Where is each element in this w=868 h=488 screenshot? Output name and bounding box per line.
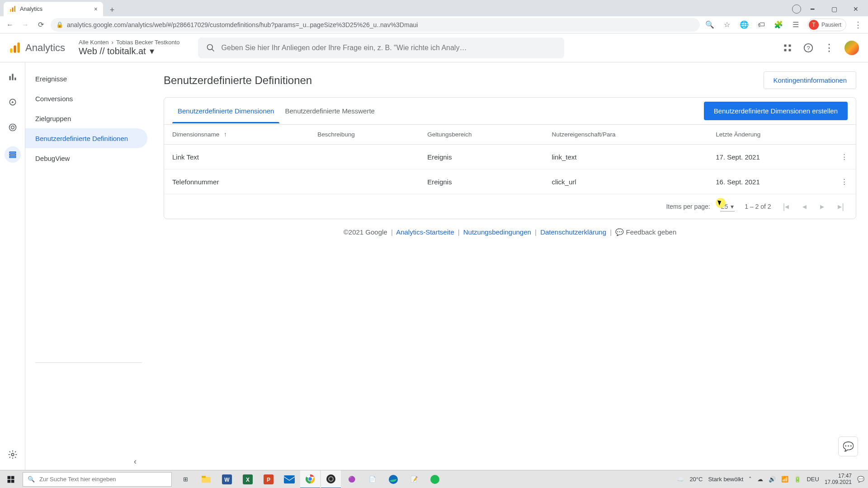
pager-prev-icon[interactable]: ◂ — [801, 200, 808, 213]
footer-feedback-link[interactable]: Feedback geben — [626, 228, 676, 236]
sidebar-item-conversions[interactable]: Conversions — [25, 89, 147, 108]
sidebar-item-custom-definitions[interactable]: Benutzerdefinierte Definitionen — [25, 128, 147, 148]
tray-lang[interactable]: DEU — [807, 476, 819, 483]
collapse-sidebar-icon[interactable]: ‹ — [134, 457, 137, 466]
svg-rect-9 — [789, 44, 791, 47]
window-maximize-icon[interactable]: ▢ — [824, 2, 844, 16]
price-tag-icon[interactable]: 🏷 — [756, 19, 767, 30]
cell-name: Link Text — [164, 145, 309, 169]
taskbar-clock[interactable]: 17:47 17.09.2021 — [825, 473, 852, 485]
tray-wifi-icon[interactable]: 📶 — [781, 476, 788, 483]
tab-custom-metrics[interactable]: Benutzerdefinierte Messwerte — [279, 99, 380, 123]
notifications-icon[interactable]: 💬 — [857, 476, 864, 483]
notepad-icon[interactable]: 📝 — [404, 470, 424, 488]
powerpoint-icon[interactable]: P — [259, 470, 278, 488]
ga-product-name: Analytics — [25, 42, 65, 54]
col-description[interactable]: Beschreibung — [309, 125, 419, 145]
tray-onedrive-icon[interactable]: ☁ — [757, 476, 763, 483]
extensions-icon[interactable]: 🧩 — [773, 19, 784, 30]
cell-scope: Ereignis — [419, 145, 543, 169]
app-icon-1[interactable]: 🟣 — [342, 470, 362, 488]
ga-logo[interactable]: Analytics — [9, 42, 65, 54]
sidebar-item-ereignisse[interactable]: Ereignisse — [25, 69, 147, 89]
globe-icon[interactable]: 🌐 — [739, 19, 750, 30]
footer-link-privacy[interactable]: Datenschutzerklärung — [540, 228, 606, 236]
edge-icon[interactable] — [383, 470, 403, 488]
address-bar[interactable]: 🔒 analytics.google.com/analytics/web/#/p… — [51, 18, 700, 32]
obs-icon[interactable] — [321, 470, 341, 488]
analytics-logo-icon — [9, 42, 21, 54]
profile-chip[interactable]: T Pausiert — [807, 19, 846, 31]
chrome-menu-icon[interactable]: ⋮ — [853, 19, 863, 30]
zoom-icon[interactable]: 🔍 — [704, 19, 715, 30]
taskbar-search[interactable]: 🔍 Zur Suche Text hier eingeben — [23, 472, 172, 487]
taskview-icon[interactable]: ⊞ — [175, 470, 195, 488]
col-name[interactable]: Dimensionsname ↑ — [164, 125, 309, 145]
weather-icon[interactable]: ☁️ — [677, 476, 684, 483]
explorer-icon[interactable] — [196, 470, 216, 488]
rail-explore-icon[interactable] — [6, 96, 19, 108]
sidebar-item-zielgruppen[interactable]: Zielgruppen — [25, 108, 147, 128]
pager-first-icon[interactable]: |◂ — [781, 200, 791, 213]
svg-point-44 — [389, 475, 398, 484]
analytics-favicon — [9, 5, 16, 13]
mail-icon[interactable] — [279, 470, 299, 488]
close-tab-icon[interactable]: × — [94, 5, 98, 13]
account-context[interactable]: Alle Konten › Tobias Becker Testkonto We… — [79, 39, 180, 56]
ga-search[interactable] — [198, 38, 564, 58]
row-menu-icon[interactable]: ⋮ — [841, 153, 848, 160]
sidebar-item-debugview[interactable]: DebugView — [25, 148, 147, 168]
pager-range: 1 – 2 of 2 — [745, 203, 771, 210]
window-minimize-icon[interactable]: ━ — [802, 2, 823, 16]
row-menu-icon[interactable]: ⋮ — [841, 178, 848, 185]
rail-admin-gear-icon[interactable] — [6, 448, 19, 461]
help-icon[interactable]: ? — [803, 42, 814, 53]
chrome-icon[interactable] — [300, 470, 320, 488]
rail-reports-icon[interactable] — [6, 70, 19, 83]
weather-temp: 20°C — [689, 476, 703, 483]
browser-tab-title: Analytics — [20, 6, 42, 12]
app-icon-2[interactable]: 📄 — [363, 470, 382, 488]
cell-prop: click_url — [543, 169, 708, 194]
pager-next-icon[interactable]: ▸ — [818, 200, 826, 213]
user-avatar[interactable] — [844, 41, 859, 55]
footer-link-terms[interactable]: Nutzungsbedingungen — [463, 228, 531, 236]
new-tab-button[interactable]: + — [106, 4, 118, 16]
tray-chevron-icon[interactable]: ˄ — [749, 476, 752, 483]
col-scope[interactable]: Geltungsbereich — [419, 125, 543, 145]
nav-back-icon[interactable]: ← — [5, 19, 15, 30]
rail-advertising-icon[interactable] — [6, 121, 19, 134]
url-text: analytics.google.com/analytics/web/#/p28… — [67, 21, 418, 28]
reading-list-icon[interactable]: ☰ — [790, 19, 801, 30]
svg-rect-1 — [12, 8, 14, 12]
pager-last-icon[interactable]: ▸| — [836, 200, 846, 213]
ga-more-icon[interactable]: ⋮ — [824, 42, 835, 53]
create-dimension-button[interactable]: Benutzerdefinierte Dimensionen erstellen — [704, 102, 848, 120]
footer-link-home[interactable]: Analytics-Startseite — [396, 228, 454, 236]
bookmark-star-icon[interactable]: ☆ — [722, 19, 732, 30]
tab-custom-dimensions[interactable]: Benutzerdefinierte Dimensionen — [172, 99, 279, 123]
chevron-down-icon: ▾ — [731, 203, 734, 210]
svg-rect-0 — [10, 9, 11, 12]
browser-tab[interactable]: Analytics × — [4, 2, 103, 16]
col-property[interactable]: Nutzereigenschaft/Para — [543, 125, 708, 145]
tray-volume-icon[interactable]: 🔊 — [769, 476, 776, 483]
items-per-page-select[interactable]: 25 ▾ — [720, 202, 735, 211]
svg-text:P: P — [267, 477, 270, 483]
svg-rect-27 — [11, 479, 14, 483]
ga-search-input[interactable] — [222, 44, 556, 52]
feedback-fab[interactable]: 💬 — [838, 436, 858, 456]
excel-icon[interactable]: X — [238, 470, 258, 488]
nav-reload-icon[interactable]: ⟳ — [35, 19, 46, 30]
start-button[interactable] — [0, 470, 22, 488]
quota-info-button[interactable]: Kontingentinformationen — [764, 71, 856, 89]
rail-configure-icon[interactable] — [5, 146, 21, 163]
word-icon[interactable]: W — [217, 470, 237, 488]
col-changed[interactable]: Letzte Änderung — [708, 125, 833, 145]
window-close-icon[interactable]: ✕ — [845, 2, 866, 16]
spotify-icon[interactable] — [425, 470, 445, 488]
chrome-account-indicator-icon[interactable] — [792, 5, 801, 14]
tray-battery-icon[interactable]: 🔋 — [794, 476, 801, 483]
nav-forward-icon[interactable]: → — [20, 19, 31, 30]
apps-grid-icon[interactable] — [782, 42, 793, 53]
